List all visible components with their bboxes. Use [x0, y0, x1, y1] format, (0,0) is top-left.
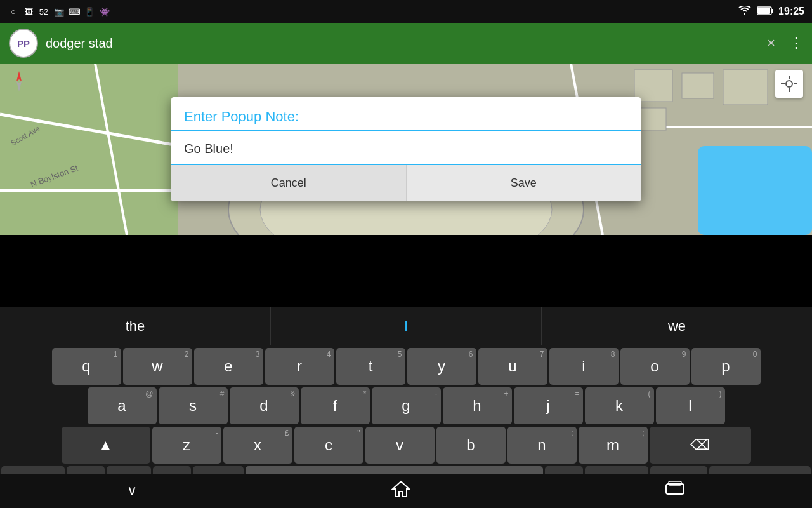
dialog-buttons: Cancel Save	[171, 165, 641, 201]
popup-note-input[interactable]	[184, 137, 628, 161]
battery-icon: 52	[38, 6, 49, 17]
alien-icon: 👾	[99, 6, 110, 17]
key-d[interactable]: d&	[230, 387, 299, 424]
map-area: N Boylston St Scott Ave Enter Popup Note…	[0, 64, 812, 235]
keyboard-icon: ⌨	[69, 6, 80, 17]
back-button[interactable]: ∨	[127, 483, 137, 499]
dialog-input-wrapper	[171, 131, 641, 165]
search-clear-button[interactable]: ×	[767, 35, 775, 51]
key-n[interactable]: n:	[508, 427, 577, 464]
key-o[interactable]: o9	[620, 348, 690, 385]
key-h[interactable]: h+	[443, 387, 512, 424]
key-a[interactable]: a@	[88, 387, 157, 424]
dialog-overlay: Enter Popup Note: Cancel Save	[0, 64, 812, 235]
suggestion-we[interactable]: we	[542, 307, 812, 345]
svg-marker-29	[393, 481, 409, 497]
search-input-container	[46, 36, 759, 51]
key-v[interactable]: v	[365, 427, 435, 464]
key-j[interactable]: j=	[514, 387, 583, 424]
key-l[interactable]: l)	[656, 387, 725, 424]
key-k[interactable]: k(	[585, 387, 654, 424]
cancel-button[interactable]: Cancel	[171, 165, 407, 201]
status-bar: ○ 🖼 52 📷 ⌨ 📱 👾 19:25	[0, 0, 812, 23]
camera-icon: 📷	[53, 6, 65, 17]
key-f[interactable]: f*	[301, 387, 370, 424]
suggestion-the[interactable]: the	[0, 307, 271, 345]
popup-note-dialog: Enter Popup Note: Cancel Save	[171, 97, 641, 201]
status-left-icons: ○ 🖼 52 📷 ⌨ 📱 👾	[8, 6, 110, 17]
search-bar: PP × ⋮	[0, 23, 812, 64]
phone-icon: 📱	[84, 6, 95, 17]
time-display: 19:25	[778, 6, 804, 17]
nav-bar: ∨	[0, 474, 812, 508]
menu-button[interactable]: ⋮	[789, 35, 803, 51]
key-y[interactable]: y6	[407, 348, 476, 385]
key-row-2: a@ s# d& f* g- h+ j= k( l)	[1, 387, 811, 424]
key-w[interactable]: w2	[123, 348, 192, 385]
key-i[interactable]: i8	[549, 348, 619, 385]
key-x[interactable]: x£	[223, 427, 292, 464]
svg-rect-1	[771, 9, 773, 13]
key-q[interactable]: q1	[52, 348, 121, 385]
key-c[interactable]: c"	[294, 427, 363, 464]
key-row-1: q1 w2 e3 r4 t5 y6 u7 i8 o9 p0	[1, 348, 811, 385]
recent-button[interactable]	[665, 481, 685, 500]
status-right-icons: 19:25	[738, 6, 804, 18]
key-g[interactable]: g-	[372, 387, 441, 424]
shift-key[interactable]: ▲	[62, 427, 150, 464]
key-m[interactable]: m;	[579, 427, 648, 464]
key-e[interactable]: e3	[194, 348, 263, 385]
avatar[interactable]: PP	[9, 29, 38, 58]
key-u[interactable]: u7	[478, 348, 547, 385]
svg-rect-2	[757, 8, 770, 14]
key-t[interactable]: t5	[336, 348, 405, 385]
key-row-3: ▲ z- x£ c" v b n: m; ⌫	[1, 427, 811, 464]
image-icon: 🖼	[23, 6, 34, 17]
battery-status-icon	[757, 6, 773, 17]
wifi-icon	[738, 6, 752, 18]
circle-icon: ○	[8, 6, 19, 17]
key-b[interactable]: b	[436, 427, 506, 464]
suggestion-i[interactable]: I	[271, 307, 542, 345]
key-p[interactable]: p0	[691, 348, 761, 385]
backspace-key[interactable]: ⌫	[650, 427, 751, 464]
key-z[interactable]: z-	[152, 427, 221, 464]
save-button[interactable]: Save	[407, 165, 641, 201]
dialog-title: Enter Popup Note:	[171, 97, 641, 131]
suggestion-bar: the I we	[0, 307, 812, 345]
search-input[interactable]	[46, 36, 759, 51]
key-s[interactable]: s#	[159, 387, 228, 424]
home-button[interactable]	[391, 480, 410, 502]
key-r[interactable]: r4	[265, 348, 334, 385]
